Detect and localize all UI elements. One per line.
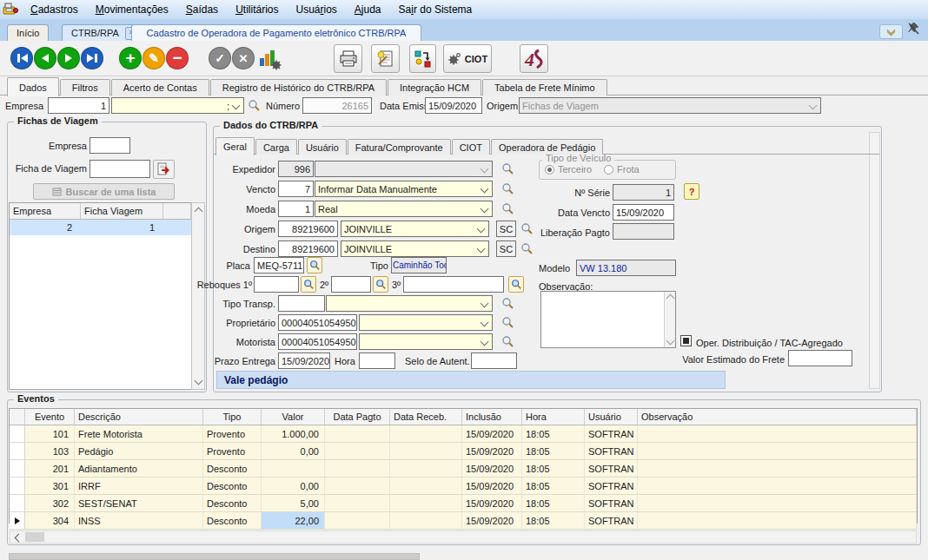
tab-registro-historico[interactable]: Registro de Histórico do CTRB/RPA: [210, 79, 387, 96]
terceiro-radio[interactable]: [545, 165, 554, 175]
origem-search-icon[interactable]: [520, 222, 534, 236]
scroll-down-icon[interactable]: [195, 377, 203, 385]
edit-record-button[interactable]: ✎: [143, 47, 165, 69]
data-emissao-input[interactable]: 15/09/2020: [425, 97, 482, 114]
tipo-transp-code-input[interactable]: [278, 295, 325, 312]
empresa-nome-combobox[interactable]: ;: [111, 97, 244, 114]
col-tipo[interactable]: Tipo: [203, 409, 262, 425]
tab-operadora-pedagio[interactable]: Operadora de Pedágio: [491, 139, 603, 155]
previous-record-button[interactable]: [34, 47, 56, 69]
confirm-button[interactable]: ✓: [209, 47, 231, 69]
tab-cadastro-operadora[interactable]: Cadastro de Operadora de Pagamento eletr…: [131, 24, 421, 41]
last-record-button[interactable]: [81, 47, 103, 69]
origem-uf-input[interactable]: SC: [496, 221, 516, 237]
moeda-code-input[interactable]: 1: [278, 201, 314, 217]
tab-geral[interactable]: Geral: [215, 137, 255, 155]
hscrollbar-thumb[interactable]: [25, 532, 44, 542]
origem-code-input[interactable]: 89219600: [278, 221, 338, 237]
observacao-vscrollbar[interactable]: [664, 292, 675, 347]
numero-input[interactable]: 26165: [302, 97, 372, 114]
tab-tabela-frete-minimo[interactable]: Tabela de Frete Mínimo: [482, 79, 607, 96]
oper-distribuicao-checkbox[interactable]: [680, 335, 692, 346]
chart-settings-icon[interactable]: [257, 47, 282, 72]
valor-estimado-input[interactable]: [788, 350, 852, 366]
data-vencto-input[interactable]: 15/09/2020: [613, 204, 674, 221]
col-inclusao[interactable]: Inclusão: [462, 409, 522, 425]
placa-input[interactable]: MEQ-5711: [254, 257, 304, 273]
col-data-receb[interactable]: Data Receb.: [390, 409, 462, 425]
evento-row-103[interactable]: 103 Pedágio Provento 0,00 15/09/2020 18:…: [10, 443, 917, 460]
dados-panel-vscrollbar[interactable]: [869, 132, 880, 389]
expedidor-code-input[interactable]: 996: [278, 161, 314, 177]
vencto-code-input[interactable]: 7: [278, 181, 314, 197]
tab-usuario[interactable]: Usuário: [298, 139, 347, 155]
tab-inicio[interactable]: Início: [7, 24, 49, 41]
menu-cadastros[interactable]: Cadastros: [22, 0, 87, 19]
empresa-search-icon[interactable]: [248, 99, 262, 113]
tipo-transp-search-icon[interactable]: [501, 297, 515, 311]
moeda-search-icon[interactable]: [501, 202, 515, 216]
scroll-up-icon[interactable]: [666, 294, 675, 303]
destino-search-icon[interactable]: [520, 242, 534, 256]
evento-row-201[interactable]: 201 Adiantamento Desconto 15/09/2020 18:…: [10, 460, 917, 478]
destino-cidade-combobox[interactable]: JOINVILLE: [341, 240, 489, 257]
prazo-entrega-input[interactable]: 15/09/2020: [278, 352, 330, 369]
transfer-button[interactable]: [409, 44, 436, 73]
scroll-down-icon[interactable]: [666, 337, 675, 346]
proprietario-input[interactable]: 00004051054950: [278, 314, 357, 331]
menu-movimentacoes[interactable]: Movimentações: [87, 0, 177, 19]
first-record-button[interactable]: [10, 47, 33, 69]
tab-list-chevron-button[interactable]: [879, 24, 903, 39]
motorista-input[interactable]: 00004051054950: [278, 333, 357, 350]
scroll-up-icon[interactable]: [195, 208, 203, 216]
evento-row-304[interactable]: 304 INSS Desconto 22,00 15/09/2020 18:05…: [10, 512, 917, 530]
tipo-transp-combobox[interactable]: [326, 295, 493, 312]
frota-radio[interactable]: [604, 165, 613, 175]
tab-dados[interactable]: Dados: [7, 77, 59, 96]
add-record-button[interactable]: +: [119, 47, 142, 69]
tab-carga[interactable]: Carga: [255, 139, 297, 155]
tab-filtros[interactable]: Filtros: [60, 79, 110, 96]
menu-usuarios[interactable]: Usuários: [287, 0, 345, 19]
report-edit-button[interactable]: [371, 44, 400, 73]
moeda-combobox[interactable]: Real: [315, 201, 493, 217]
ciot-button[interactable]: CIOT: [443, 44, 492, 73]
fichas-empresa-input[interactable]: [89, 137, 130, 154]
col-valor[interactable]: Valor: [262, 409, 325, 425]
expedidor-search-icon[interactable]: [501, 162, 515, 176]
motorista-combobox[interactable]: [359, 333, 493, 350]
unpin-icon[interactable]: [907, 22, 920, 37]
delete-record-button[interactable]: −: [166, 47, 189, 69]
col-evento[interactable]: Evento: [25, 409, 75, 425]
evento-row-101[interactable]: 101 Frete Motorista Provento 1.000,00 15…: [10, 425, 917, 443]
tab-acerto-de-contas[interactable]: Acerto de Contas: [111, 79, 209, 96]
softran-logo-button[interactable]: 4: [520, 44, 548, 73]
liberacao-pagto-input[interactable]: [613, 223, 674, 240]
reboque3-input[interactable]: [403, 276, 504, 293]
col-data-pagto[interactable]: Data Pagto: [325, 409, 390, 425]
destino-code-input[interactable]: 89219600: [278, 240, 338, 257]
scroll-left-icon[interactable]: [15, 534, 23, 543]
col-empresa[interactable]: Empresa: [10, 203, 81, 219]
reboque2-input[interactable]: [331, 276, 371, 293]
menu-sair-do-sistema[interactable]: Sair do Sistema: [390, 0, 481, 19]
reboque1-input[interactable]: [254, 276, 299, 293]
reboque2-search-button[interactable]: [373, 276, 388, 293]
col-ficha-viagem[interactable]: Ficha Viagem: [81, 203, 163, 219]
origem-cidade-combobox[interactable]: JOINVILLE: [341, 221, 489, 237]
col-observacao[interactable]: Observação: [638, 409, 917, 425]
tab-integracao-hcm[interactable]: Integração HCM: [388, 79, 481, 96]
eventos-grid-hscrollbar[interactable]: [10, 530, 917, 544]
selected-cell[interactable]: 22,00: [262, 512, 325, 529]
next-record-button[interactable]: [57, 47, 80, 69]
placa-search-button[interactable]: [307, 257, 322, 273]
print-button[interactable]: [334, 44, 362, 73]
hora-input[interactable]: [359, 352, 395, 369]
menu-saidas[interactable]: Saídas: [177, 0, 227, 19]
empresa-input[interactable]: 1: [48, 97, 109, 114]
expedidor-combobox[interactable]: [315, 161, 493, 177]
carregar-ficha-button[interactable]: [153, 160, 175, 179]
vencto-search-icon[interactable]: [501, 182, 515, 196]
tab-ciot[interactable]: CIOT: [452, 139, 490, 155]
menu-utilitarios[interactable]: Utilitários: [227, 0, 287, 19]
